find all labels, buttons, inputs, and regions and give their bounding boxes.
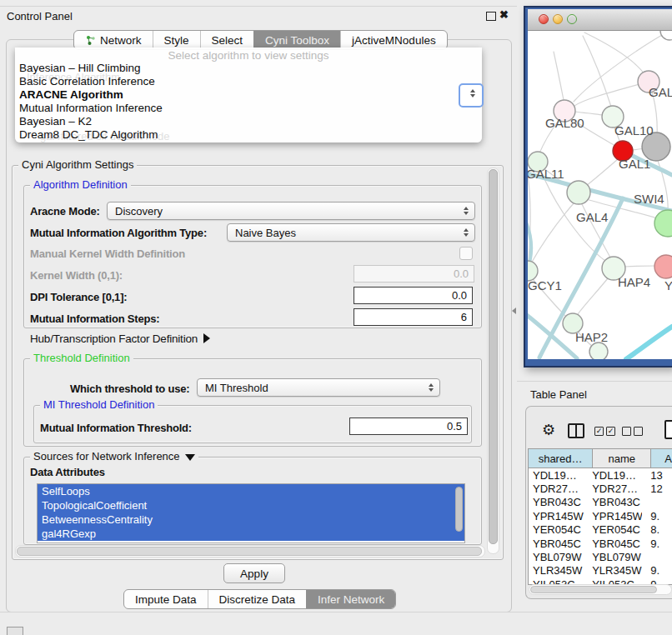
manual-kernel-width-checkbox[interactable] xyxy=(459,247,473,260)
algorithm-combo-stepper[interactable] xyxy=(459,83,484,108)
bottom-divider xyxy=(0,612,672,612)
table-row[interactable]: YER054CYER054C8. xyxy=(529,523,672,537)
node-label: GAL7 xyxy=(649,85,672,99)
table-cell: YDR27… xyxy=(588,482,642,495)
algorithm-dropdown-list: Bayesian – Hill ClimbingBasic Correlatio… xyxy=(18,62,479,142)
new-table-icon[interactable] xyxy=(664,420,672,439)
node-label: HAP2 xyxy=(575,330,608,344)
data-attributes-label: Data Attributes xyxy=(30,466,105,478)
table-cell: YDL19… xyxy=(529,469,588,482)
kernel-width-field[interactable]: 0.0 xyxy=(354,265,474,282)
table-cell: 9. xyxy=(642,538,672,550)
dpi-tolerance-field[interactable]: 0.0 xyxy=(354,287,473,304)
zoom-window-icon[interactable] xyxy=(567,14,577,24)
tab-jactivemnodules[interactable]: jActiveMNodules xyxy=(340,31,447,49)
network-node[interactable] xyxy=(567,181,590,204)
algorithm-option[interactable]: Bayesian – K2 xyxy=(18,115,479,128)
split-view-icon[interactable] xyxy=(568,423,584,438)
mi-algorithm-type-combo[interactable]: Naive Bayes xyxy=(227,223,475,242)
close-window-icon[interactable] xyxy=(539,14,549,24)
table-row[interactable]: YBL079WYBL079W xyxy=(529,550,672,563)
apply-button[interactable]: Apply xyxy=(223,563,285,583)
data-attributes-list[interactable]: SelfLoopsTopologicalCoefficientBetweenne… xyxy=(37,483,465,543)
combo-stepper-icon xyxy=(464,228,469,237)
network-node[interactable] xyxy=(654,255,672,278)
column-header-name[interactable]: name xyxy=(593,449,651,468)
table-hscrollbar-thumb[interactable] xyxy=(530,586,657,593)
panel-collapse-arrow-icon[interactable] xyxy=(512,308,516,314)
tab-impute-data[interactable]: Impute Data xyxy=(124,590,208,608)
table-row[interactable]: YDR27…YDR27…12 xyxy=(529,482,672,495)
sources-group-toggle[interactable]: Sources for Network Inference xyxy=(30,451,198,462)
table-row[interactable]: YBR043CYBR043C xyxy=(529,496,672,509)
minimize-window-icon[interactable] xyxy=(553,14,563,24)
aracne-mode-value: Discovery xyxy=(115,205,163,218)
table-cell: 12 xyxy=(642,482,672,495)
table-body: YDL19…YDL19…13YDR27…YDR27…12YBR043CYBR04… xyxy=(529,468,672,585)
network-node[interactable] xyxy=(589,342,608,359)
algorithm-option[interactable]: Mutual Information Inference xyxy=(18,102,479,115)
dropdown-placeholder: Select algorithm to view settings xyxy=(15,49,482,62)
tab-style[interactable]: Style xyxy=(153,31,200,49)
which-threshold-label: Which threshold to use: xyxy=(70,382,189,395)
algorithm-option[interactable]: Dream8 DC_TDC Algorithm xyxy=(18,128,479,142)
tab-cyni-toolbox[interactable]: Cyni Toolbox xyxy=(253,31,340,49)
table-row[interactable]: YLR345WYLR345W9. xyxy=(529,564,672,578)
expand-right-icon xyxy=(203,333,210,343)
tab-infer-network[interactable]: Infer Network xyxy=(306,590,395,608)
settings-hscrollbar-thumb[interactable] xyxy=(17,547,482,556)
mi-steps-field[interactable]: 6 xyxy=(354,308,473,326)
algorithm-option[interactable]: Bayesian – Hill Climbing xyxy=(18,62,479,75)
attributes-list-scrollbar-thumb[interactable] xyxy=(455,487,463,532)
deselect-all-checkbox-icon[interactable] xyxy=(634,427,643,436)
tab-discretize-data[interactable]: Discretize Data xyxy=(208,590,307,608)
mi-threshold-group-title: MI Threshold Definition xyxy=(40,399,158,411)
select-all-checkbox-icon[interactable]: ✓ xyxy=(594,427,604,436)
table-cell: YDR27… xyxy=(529,482,588,495)
network-canvas[interactable]: GAL7GAL80GAL10GAL1GAL11GAL4SWI4GCY1HAP4Y… xyxy=(528,31,672,359)
network-edge xyxy=(625,266,655,267)
network-window-titlebar[interactable] xyxy=(528,9,672,31)
hub-section-label: Hub/Transcription Factor Definition xyxy=(30,332,198,345)
algorithm-option[interactable]: ARACNE Algorithm xyxy=(18,88,479,102)
tab-cyni-toolbox-label: Cyni Toolbox xyxy=(265,34,329,47)
column-header-partial[interactable]: A xyxy=(651,449,672,468)
mi-threshold-field[interactable]: 0.5 xyxy=(349,418,468,435)
node-label: GAL4 xyxy=(576,210,608,224)
minimized-widget-icon[interactable] xyxy=(7,627,23,635)
settings-vscrollbar-thumb[interactable] xyxy=(489,169,498,544)
which-threshold-combo[interactable]: MI Threshold xyxy=(197,378,440,397)
network-edge xyxy=(578,278,608,314)
network-node[interactable] xyxy=(654,210,672,237)
node-table[interactable]: shared… name A YDL19…YDL19…13YDR27…YDR27… xyxy=(528,448,672,585)
float-panel-icon[interactable] xyxy=(486,12,496,21)
data-attribute-item[interactable]: gal4RGexp xyxy=(38,527,464,541)
deselect-all-checkbox-icon[interactable] xyxy=(622,427,631,436)
data-attribute-item[interactable]: SelfLoops xyxy=(38,484,464,498)
table-cell: YPR145W xyxy=(529,510,588,522)
table-cell: 9. xyxy=(642,564,672,577)
network-svg: GAL7GAL80GAL10GAL1GAL11GAL4SWI4GCY1HAP4Y… xyxy=(528,31,672,359)
table-row[interactable]: YBR045CYBR045C9. xyxy=(529,537,672,550)
select-all-checkbox-icon[interactable]: ✓ xyxy=(606,427,615,436)
table-row[interactable]: YPR145WYPR145W9. xyxy=(529,509,672,522)
algorithm-option[interactable]: Basic Correlation Inference xyxy=(18,75,479,88)
data-attribute-item[interactable]: TopologicalCoefficient xyxy=(38,498,464,512)
hub-section-toggle[interactable]: Hub/Transcription Factor Definition xyxy=(30,332,210,345)
node-label: GAL1 xyxy=(619,157,650,171)
tab-select-label: Select xyxy=(212,34,243,47)
network-node[interactable] xyxy=(660,31,672,40)
stepper-up-icon xyxy=(470,89,475,92)
table-row[interactable]: YDL19…YDL19…13 xyxy=(529,468,672,482)
close-panel-icon[interactable]: ✖ xyxy=(499,8,509,21)
aracne-mode-combo[interactable]: Discovery xyxy=(107,202,475,220)
tab-select[interactable]: Select xyxy=(200,31,254,49)
table-cell: YBR045C xyxy=(588,538,642,550)
table-cell: 13 xyxy=(642,469,672,482)
data-attribute-item[interactable]: BetweennessCentrality xyxy=(38,512,464,527)
settings-gear-icon[interactable]: ⚙ xyxy=(542,421,555,439)
column-header-shared-name[interactable]: shared… xyxy=(529,449,593,468)
dpi-tolerance-label: DPI Tolerance [0,1]: xyxy=(30,291,127,303)
tab-network[interactable]: Network xyxy=(74,31,153,49)
application-window: Control Panel ✖ Network Style Select Cyn… xyxy=(0,0,672,635)
